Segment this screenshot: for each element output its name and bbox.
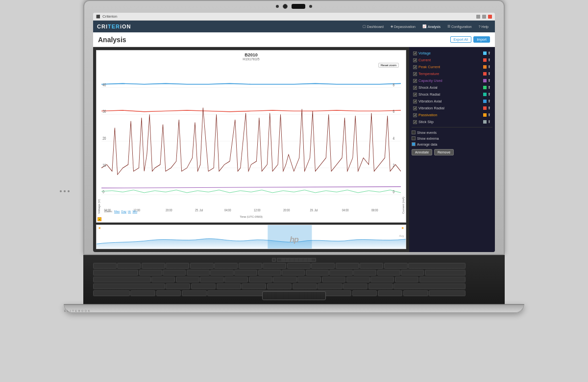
key [151,277,175,282]
key [384,263,408,269]
nav-help[interactable]: ? Help [476,24,491,29]
close-btn[interactable] [488,15,492,19]
legend-arrow-capacity[interactable]: ⬆ [488,78,491,83]
led-wifi [68,190,70,192]
mini-chart-left-arrow[interactable]: ◄ [98,226,101,229]
show-events-label: Show events [417,131,437,134]
legend-checkbox-peak-current[interactable] [413,65,417,69]
nav-dashboard[interactable]: ▢ Dashboard [360,24,386,29]
svg-text:6: 6 [393,109,395,114]
key [166,263,189,269]
minimize-btn[interactable] [476,15,480,19]
legend-item-voltage[interactable]: Voltage ⬆ [412,50,492,56]
svg-text:0: 0 [393,190,395,195]
legend-checkbox-voltage[interactable] [413,51,417,55]
key [343,283,368,289]
legend-arrow-vibration-radial[interactable]: ⬆ [488,106,491,110]
mini-chart[interactable]: Avg ◄ ► [96,225,406,249]
legend-sq-temperature [483,72,487,76]
key [176,277,199,282]
maximize-btn[interactable] [482,15,486,19]
key-backspace [408,263,466,269]
nav-depassivation[interactable]: ◈ Depassivation [388,24,418,29]
legend-item-vibration-axial[interactable]: Vibration Axial ⬆ [412,98,492,104]
legend-checkbox-temperature[interactable] [413,72,417,76]
reset-zoom-button[interactable]: Reset zoom [378,63,399,68]
legend-checkbox-passivation[interactable] [413,113,417,117]
legend-checkbox-shock-axial[interactable] [413,86,417,90]
legend-checkbox-current[interactable] [413,58,417,62]
zoom-max-btn[interactable]: Max [114,210,120,213]
yellow-indicator[interactable]: + [98,217,101,221]
legend-item-shock-axial[interactable]: Shock Axial ⬆ [412,84,492,91]
legend-arrow-current[interactable]: ⬆ [488,58,491,62]
fn-key [294,258,298,261]
legend-item-vibration-radial[interactable]: Vibration Radial ⬆ [412,105,492,111]
legend-checkbox-vibration-axial[interactable] [413,100,417,103]
key [346,277,370,282]
help-icon: ? [479,25,481,28]
fn-keys [277,258,316,262]
legend-label-stick-slip: Stick Slip [418,120,434,124]
export-all-button[interactable]: Export All [450,36,472,43]
key [93,263,117,269]
legend-checkbox-stick-slip[interactable] [413,120,417,124]
zoom-hr-btn[interactable]: Hr [128,210,131,213]
legend-sq-shock-axial [483,86,487,89]
legend-checkbox-shock-radial[interactable] [413,93,417,97]
legend-checkbox-capacity[interactable] [413,79,417,83]
x-axis-label: Time (UTC-0500) [97,215,406,219]
zoom-controls: Zoom: Max Day Hr Min [104,210,137,213]
legend-arrow-shock-axial[interactable]: ⬆ [488,85,491,90]
zoom-day-btn[interactable]: Day [121,210,126,213]
average-data-checkbox[interactable] [412,142,416,146]
legend-checkbox-vibration-radial[interactable] [413,106,417,110]
legend-sq-passivation [483,113,487,117]
legend-item-stick-slip[interactable]: Stick Slip ⬆ [412,119,492,125]
key [210,270,233,276]
legend-arrow-peak-current[interactable]: ⬆ [488,65,491,69]
legend-arrow-voltage[interactable]: ⬆ [488,51,491,55]
keyboard-row-3 [93,270,466,276]
svg-text:20: 20 [102,136,106,141]
average-data-row: Average data [412,141,492,147]
keyboard-row-2 [93,263,466,269]
svg-text:10: 10 [102,163,106,168]
show-events-row: Show events [412,129,492,135]
svg-text:2: 2 [393,163,395,168]
key [234,270,257,276]
legend-arrow-temperature[interactable]: ⬆ [488,72,491,76]
show-events-checkbox[interactable] [412,130,416,134]
show-extrema-checkbox[interactable] [412,136,416,140]
nav-configuration[interactable]: ☰ Configuration [445,24,474,29]
remove-button[interactable]: Remove [434,149,454,155]
screen-lid: ⬛ Criterion CRITERiON [83,0,505,255]
legend-item-capacity[interactable]: Capacity Used ⬆ [412,77,492,84]
legend-item-shock-radial[interactable]: Shock Radial ⬆ [412,91,492,98]
legend-item-temperature[interactable]: Temperature ⬆ [412,71,492,77]
key [287,263,311,269]
nav-analysis[interactable]: 📈 Analysis [420,24,443,29]
legend-arrow-vibration-axial[interactable]: ⬆ [488,99,491,103]
legend-arrow-shock-radial[interactable]: ⬆ [488,92,491,97]
key [368,283,393,289]
mini-chart-right-arrow[interactable]: ► [401,226,405,229]
title-bar: ⬛ Criterion [93,13,495,21]
key [306,270,329,276]
touchpad[interactable] [262,291,326,300]
key [217,283,241,289]
key [329,270,352,276]
key [322,277,345,282]
key [282,270,305,276]
legend-item-peak-current[interactable]: Peak Current ⬆ [412,64,492,70]
chart-svg-area[interactable]: Reset zoom [101,61,401,215]
annotate-button[interactable]: Annotate [412,149,432,155]
zoom-min-btn[interactable]: Min [132,210,137,213]
keyboard-row-1 [272,258,316,262]
legend-item-current[interactable]: Current ⬆ [412,57,492,63]
led-power [60,190,62,192]
legend-arrow-passivation[interactable]: ⬆ [488,113,491,117]
legend-item-passivation[interactable]: Passivation ⬆ [412,112,492,118]
import-button[interactable]: Import [473,36,490,43]
legend-arrow-stick-slip[interactable]: ⬆ [488,120,491,124]
